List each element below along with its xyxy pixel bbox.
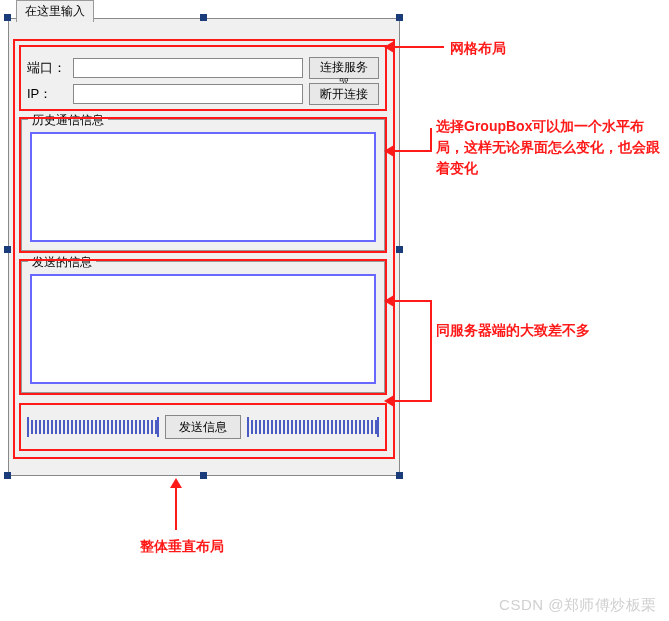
connect-button[interactable]: 连接服务器 [309, 57, 379, 79]
resize-handle[interactable] [4, 472, 11, 479]
resize-handle[interactable] [4, 246, 11, 253]
grid-row-ip: IP： 断开连接 [27, 83, 379, 105]
annotation-grid-layout: 网格布局 [450, 38, 506, 59]
grid-row-port: 端口： 连接服务器 [27, 57, 379, 79]
ip-label: IP： [27, 85, 73, 103]
horizontal-spacer-left[interactable] [27, 420, 159, 434]
arrow-line [392, 400, 432, 402]
resize-handle[interactable] [200, 14, 207, 21]
arrow-line [175, 486, 177, 530]
arrow-head-left-icon [384, 395, 394, 407]
disconnect-button[interactable]: 断开连接 [309, 83, 379, 105]
arrow-head-left-icon [384, 145, 394, 157]
window-title-tab[interactable]: 在这里输入 [16, 0, 94, 22]
arrow-line [392, 300, 432, 302]
highlight-groupbox-send [19, 259, 387, 395]
arrow-line [392, 46, 444, 48]
highlight-grid-layout: 端口： 连接服务器 IP： 断开连接 [19, 45, 387, 111]
horizontal-spacer-right[interactable] [247, 420, 379, 434]
highlight-button-row: 发送信息 [19, 403, 387, 451]
arrow-line [392, 150, 432, 152]
form-designer: 在这里输入 端口： 连接服务器 IP： 断开连接 历史通信信息 发送的信息 [8, 2, 400, 476]
resize-handle[interactable] [4, 14, 11, 21]
send-button[interactable]: 发送信息 [165, 415, 241, 439]
annotation-groupbox: 选择GroupBox可以加一个水平布局，这样无论界面怎么变化，也会跟着变化 [436, 116, 666, 179]
annotation-vertical-layout: 整体垂直布局 [140, 536, 224, 557]
arrow-line [430, 330, 432, 402]
form-canvas[interactable]: 端口： 连接服务器 IP： 断开连接 历史通信信息 发送的信息 发送信息 [8, 18, 400, 476]
arrow-line [430, 128, 432, 152]
ip-input[interactable] [73, 84, 303, 104]
port-input[interactable] [73, 58, 303, 78]
resize-handle[interactable] [200, 472, 207, 479]
resize-handle[interactable] [396, 472, 403, 479]
arrow-head-left-icon [384, 295, 394, 307]
highlight-groupbox-history [19, 117, 387, 253]
resize-handle[interactable] [396, 14, 403, 21]
annotation-similar-to-server: 同服务器端的大致差不多 [436, 320, 590, 341]
arrow-head-left-icon [384, 41, 394, 53]
arrow-head-up-icon [170, 478, 182, 488]
arrow-line [430, 300, 432, 330]
watermark: CSDN @郑师傅炒板栗 [499, 596, 657, 615]
resize-handle[interactable] [396, 246, 403, 253]
port-label: 端口： [27, 59, 73, 77]
